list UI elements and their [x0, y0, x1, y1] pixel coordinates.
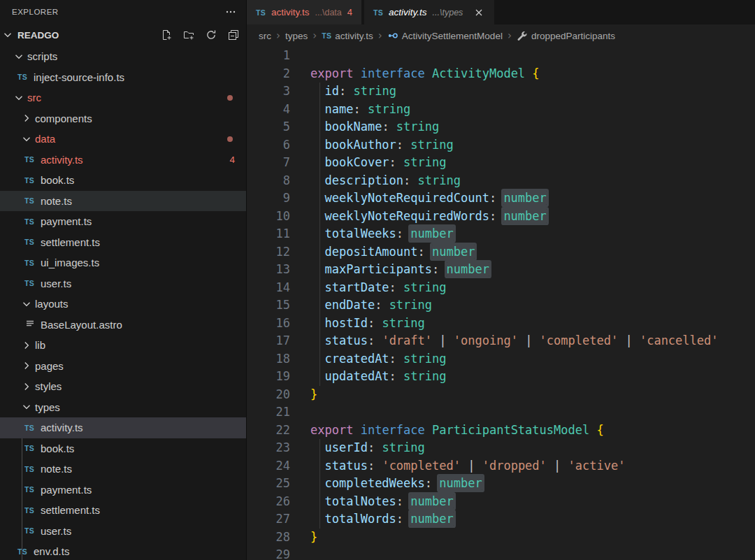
typescript-file-icon: TS — [24, 424, 41, 432]
code-text: bookAuthor: string — [310, 136, 454, 155]
line-number: 3 — [247, 82, 290, 101]
tree-file-payment.ts[interactable]: TSpayment.ts — [0, 211, 246, 232]
line-number: 4 — [247, 101, 290, 119]
tab-activity.ts-types[interactable]: TSactivity.ts...\types — [364, 0, 494, 24]
code-text: bookCover: string — [310, 154, 447, 172]
tree-item-label: inject-source-info.ts — [34, 71, 124, 83]
code-line: 9 weeklyNoteRequiredCount: number — [247, 189, 755, 208]
tree-item-label: scripts — [27, 50, 57, 62]
breadcrumb-item-activity.ts[interactable]: TSactivity.ts — [322, 31, 373, 41]
tree-folder-data[interactable]: data — [0, 129, 246, 150]
new-folder-button[interactable] — [183, 29, 194, 41]
tree-file-book.ts[interactable]: TSbook.ts — [0, 170, 246, 191]
tree-folder-styles[interactable]: styles — [0, 376, 246, 397]
line-number: 1 — [247, 47, 290, 65]
breadcrumb: src›types›TSactivity.ts›ActivitySettleme… — [247, 24, 755, 47]
file-tree: scriptsTSinject-source-info.tssrccompone… — [0, 46, 246, 560]
code-line: 29 — [247, 546, 755, 560]
chevron-down-icon — [21, 134, 32, 145]
tree-file-payment.ts[interactable]: TSpayment.ts — [0, 480, 246, 501]
tree-item-label: activity.ts — [41, 154, 83, 166]
editor-surface[interactable]: 12export interface ActivityModel {3 id: … — [247, 47, 755, 560]
tree-item-label: env.d.ts — [34, 545, 69, 557]
tree-file-book.ts[interactable]: TSbook.ts — [0, 438, 246, 459]
typescript-file-icon: TS — [24, 465, 41, 473]
tree-folder-lib[interactable]: lib — [0, 335, 246, 356]
breadcrumb-label: types — [285, 31, 308, 41]
code-line: 23 userId: string — [247, 439, 755, 457]
code-line: 15 endDate: string — [247, 296, 755, 315]
tree-item-label: user.ts — [41, 278, 71, 289]
breadcrumb-item-ActivitySettlementModel[interactable]: ActivitySettlementModel — [387, 30, 503, 41]
tab-activity.ts-data[interactable]: TSactivity.ts...\data4 — [247, 0, 361, 24]
tree-item-label: components — [35, 113, 92, 124]
tree-item-label: ui_images.ts — [41, 257, 99, 268]
tree-item-label: activity.ts — [41, 422, 83, 433]
breadcrumb-item-types[interactable]: types — [285, 31, 308, 41]
typescript-file-icon: TS — [256, 8, 266, 17]
tree-file-user.ts[interactable]: TSuser.ts — [0, 521, 246, 542]
tree-folder-layouts[interactable]: layouts — [0, 294, 246, 315]
breadcrumb-item-src[interactable]: src — [259, 31, 271, 41]
tab-label: activity.ts — [389, 7, 427, 17]
tree-folder-types[interactable]: types — [0, 397, 246, 418]
tree-file-activity.ts[interactable]: TSactivity.ts — [0, 417, 246, 438]
tree-folder-components[interactable]: components — [0, 108, 246, 129]
editor-group: TSactivity.ts...\data4TSactivity.ts...\t… — [247, 0, 755, 560]
code-text: status: 'completed' | 'dropped' | 'activ… — [310, 457, 625, 475]
more-actions-icon[interactable] — [225, 6, 236, 17]
code-line: 22export interface ParticipantStatusMode… — [247, 422, 755, 440]
tree-file-user.ts[interactable]: TSuser.ts — [0, 273, 246, 294]
line-number: 14 — [247, 279, 290, 297]
close-icon[interactable] — [473, 6, 485, 19]
tree-file-settlement.ts[interactable]: TSsettlement.ts — [0, 232, 246, 253]
tree-item-label: pages — [35, 360, 64, 372]
breadcrumb-item-droppedParticipants[interactable]: droppedParticipants — [517, 30, 615, 41]
typescript-file-icon: TS — [24, 526, 41, 535]
collapse-all-button[interactable] — [228, 29, 239, 41]
tree-file-ui_images.ts[interactable]: TSui_images.ts — [0, 252, 246, 273]
tree-file-env.d.ts[interactable]: TSenv.d.ts — [0, 541, 246, 560]
tree-item-label: user.ts — [41, 525, 71, 537]
tree-folder-scripts[interactable]: scripts — [0, 46, 246, 67]
line-number: 8 — [247, 172, 290, 190]
tab-label: activity.ts — [271, 7, 310, 17]
tree-item-label: note.ts — [41, 195, 72, 207]
tree-file-settlement.ts[interactable]: TSsettlement.ts — [0, 500, 246, 521]
chevron-down-icon — [21, 299, 32, 310]
tree-item-label: data — [35, 133, 55, 145]
section-title: READGO — [17, 30, 59, 41]
tree-file-note.ts[interactable]: TSnote.ts — [0, 191, 246, 212]
code-line: 5 bookName: string — [247, 118, 755, 136]
problems-count-badge: 4 — [229, 155, 235, 165]
section-actions — [161, 29, 239, 41]
tree-item-label: settlement.ts — [41, 504, 100, 516]
code-line: 24 status: 'completed' | 'dropped' | 'ac… — [247, 457, 755, 475]
modified-dot — [227, 95, 233, 101]
code-text: maxParticipants: number — [310, 261, 489, 279]
refresh-button[interactable] — [206, 29, 217, 41]
tree-file-note.ts[interactable]: TSnote.ts — [0, 459, 246, 480]
modified-dot — [227, 136, 233, 142]
line-number: 24 — [247, 457, 290, 475]
line-number: 13 — [247, 261, 290, 279]
chevron-right-icon — [21, 340, 32, 351]
line-number: 29 — [247, 546, 290, 560]
tree-file-inject-source-info.ts[interactable]: TSinject-source-info.ts — [0, 67, 246, 88]
code-line: 2export interface ActivityModel { — [247, 65, 755, 83]
tree-item-label: layouts — [35, 298, 69, 310]
tree-item-label: lib — [35, 339, 45, 351]
typescript-file-icon: TS — [24, 196, 41, 205]
tree-file-BaseLayout.astro[interactable]: BaseLayout.astro — [0, 315, 246, 336]
explorer-section-readgo[interactable]: READGO — [0, 24, 246, 46]
tree-item-label: book.ts — [41, 174, 74, 186]
tree-file-activity.ts[interactable]: TSactivity.ts4 — [0, 150, 246, 171]
code-line: 19 updatedAt: string — [247, 368, 755, 386]
code-text: export interface ActivityModel { — [310, 65, 540, 83]
tree-folder-pages[interactable]: pages — [0, 356, 246, 377]
new-file-button[interactable] — [161, 29, 172, 41]
line-number: 25 — [247, 475, 290, 493]
code-line: 1 — [247, 47, 755, 65]
typescript-file-icon: TS — [322, 31, 331, 40]
tree-folder-src[interactable]: src — [0, 87, 246, 108]
